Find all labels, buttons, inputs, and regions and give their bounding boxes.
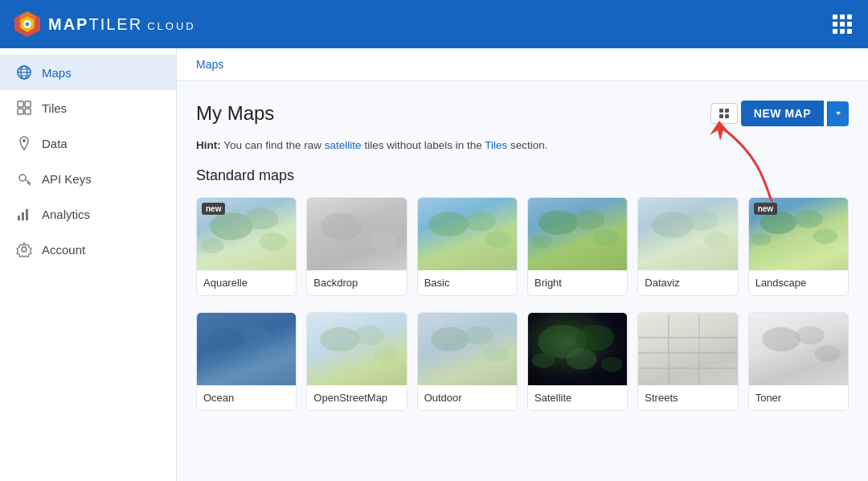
svg-point-59 <box>601 356 623 372</box>
maps-header: My Maps NEW MAP <box>196 101 849 126</box>
svg-point-29 <box>355 212 389 233</box>
globe-icon <box>16 64 32 80</box>
map-thumb-backdrop <box>307 198 406 270</box>
key-icon <box>16 171 32 187</box>
svg-point-49 <box>320 327 359 351</box>
svg-rect-10 <box>18 101 23 107</box>
svg-rect-19 <box>18 216 20 220</box>
sidebar: Maps Tiles Data <box>0 48 177 481</box>
map-card-outdoor[interactable]: Outdoor <box>417 312 518 411</box>
gear-icon <box>16 241 32 257</box>
svg-point-53 <box>465 327 493 345</box>
logo[interactable]: maptiler CLOUD <box>13 10 196 39</box>
svg-point-37 <box>531 235 553 249</box>
map-card-streets[interactable]: Streets <box>637 312 738 411</box>
map-card-bright[interactable]: Bright <box>527 197 628 296</box>
svg-point-67 <box>814 345 840 362</box>
svg-point-46 <box>242 327 271 345</box>
map-label-ocean: Ocean <box>197 385 296 410</box>
sidebar-maps-label: Maps <box>42 66 72 80</box>
svg-rect-20 <box>22 212 24 220</box>
map-thumb-osm <box>307 313 406 385</box>
svg-point-58 <box>532 353 555 368</box>
svg-point-14 <box>23 139 26 142</box>
page-title: My Maps <box>196 102 274 125</box>
map-card-ocean[interactable]: Ocean <box>196 312 297 411</box>
sidebar-api-keys-label: API Keys <box>42 172 92 186</box>
svg-point-48 <box>200 351 219 363</box>
svg-point-43 <box>813 228 837 244</box>
standard-maps-grid-row2: Ocean OpenStreetMap <box>196 312 849 411</box>
svg-point-39 <box>686 211 719 231</box>
grid-view-button[interactable] <box>710 103 738 124</box>
map-card-landscape[interactable]: new Landscape <box>748 197 849 296</box>
map-label-openstreetmap: OpenStreetMap <box>307 385 406 410</box>
svg-point-51 <box>374 346 399 363</box>
sidebar-item-maps[interactable]: Maps <box>0 55 176 90</box>
apps-grid-icon[interactable] <box>829 11 855 37</box>
svg-point-54 <box>483 345 509 362</box>
map-thumb-streets <box>638 313 737 385</box>
map-label-aquarelle: Aquarelle <box>197 270 296 295</box>
map-thumb-toner <box>749 313 848 385</box>
map-label-outdoor: Outdoor <box>418 385 517 410</box>
hint-text: Hint: You can find the raw satellite til… <box>196 139 849 151</box>
map-label-basic: Basic <box>418 270 517 295</box>
svg-point-34 <box>538 211 578 235</box>
map-card-dataviz[interactable]: Dataviz <box>637 197 738 296</box>
map-thumb-outdoor <box>418 313 517 385</box>
map-label-toner: Toner <box>749 385 848 410</box>
sidebar-item-tiles[interactable]: Tiles <box>0 90 176 125</box>
breadcrumb[interactable]: Maps <box>177 48 868 81</box>
map-card-backdrop[interactable]: Backdrop <box>306 197 407 296</box>
new-map-dropdown-button[interactable] <box>827 101 849 126</box>
maptiler-logo-icon <box>13 10 42 39</box>
sidebar-item-account[interactable]: Account <box>0 232 176 267</box>
map-label-satellite: Satellite <box>528 385 627 410</box>
map-card-aquarelle[interactable]: new Aquarelle <box>196 197 297 296</box>
pin-icon <box>16 135 32 151</box>
sidebar-data-label: Data <box>42 137 68 150</box>
map-thumb-landscape: new <box>749 198 848 270</box>
map-card-openstreetmap[interactable]: OpenStreetMap <box>306 312 407 411</box>
svg-rect-13 <box>25 109 31 114</box>
map-label-backdrop: Backdrop <box>307 270 406 295</box>
svg-point-42 <box>794 210 823 228</box>
badge-new-aquarelle: new <box>202 203 225 215</box>
sidebar-item-data[interactable]: Data <box>0 125 176 161</box>
svg-rect-11 <box>25 101 31 107</box>
map-thumb-basic <box>418 198 517 270</box>
main-content: Maps My Maps NEW MAP <box>177 48 868 481</box>
new-map-button[interactable]: NEW MAP <box>741 101 824 126</box>
sidebar-item-analytics[interactable]: Analytics <box>0 196 176 232</box>
svg-point-50 <box>354 326 385 346</box>
sidebar-tiles-label: Tiles <box>42 101 67 115</box>
maps-actions: NEW MAP <box>710 101 849 126</box>
svg-point-33 <box>485 231 510 248</box>
tiles-link[interactable]: Tiles <box>485 139 507 151</box>
map-thumb-satellite <box>528 313 627 385</box>
logo-text: maptiler CLOUD <box>48 15 196 34</box>
svg-point-35 <box>574 210 604 230</box>
map-card-basic[interactable]: Basic <box>417 197 518 296</box>
svg-point-56 <box>576 325 614 351</box>
svg-point-57 <box>566 348 596 370</box>
analytics-icon <box>16 206 32 222</box>
map-card-toner[interactable]: Toner <box>748 312 849 411</box>
svg-point-45 <box>207 327 244 350</box>
map-thumb-bright <box>528 198 627 270</box>
tiles-icon <box>16 100 32 116</box>
svg-point-4 <box>26 23 30 27</box>
map-card-satellite[interactable]: Satellite <box>527 312 628 411</box>
svg-marker-23 <box>836 112 841 115</box>
page-body: My Maps NEW MAP <box>177 81 868 430</box>
map-thumb-ocean <box>197 313 296 385</box>
sidebar-analytics-label: Analytics <box>42 208 90 221</box>
satellite-link[interactable]: satellite <box>325 139 362 151</box>
svg-point-47 <box>261 345 285 360</box>
svg-point-36 <box>593 229 619 246</box>
svg-point-31 <box>428 212 468 236</box>
map-thumb-dataviz <box>638 198 737 270</box>
sidebar-item-api-keys[interactable]: API Keys <box>0 161 176 196</box>
header: maptiler CLOUD <box>0 0 868 48</box>
